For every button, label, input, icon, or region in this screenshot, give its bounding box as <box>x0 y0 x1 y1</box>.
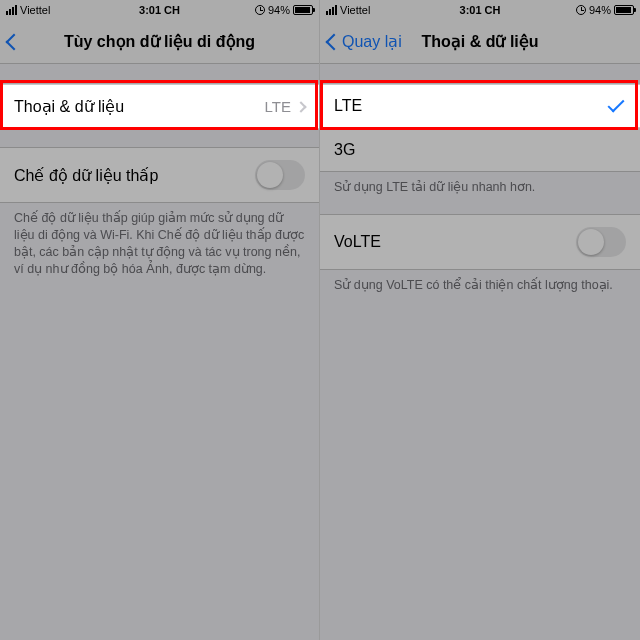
nav-bar: Quay lại Thoại & dữ liệu <box>320 20 640 64</box>
lte-footer: Sử dụng LTE tải dữ liệu nhanh hơn. <box>320 172 640 196</box>
nav-bar: Tùy chọn dữ liệu di động <box>0 20 319 64</box>
low-data-footer: Chế độ dữ liệu thấp giúp giảm mức sử dụn… <box>0 203 319 278</box>
content: LTE 3G Sử dụng LTE tải dữ liệu nhanh hơn… <box>320 64 640 640</box>
alarm-icon <box>255 5 265 15</box>
row-label: Thoại & dữ liệu <box>14 97 124 116</box>
row-label: Chế độ dữ liệu thấp <box>14 166 158 185</box>
battery-icon <box>614 5 634 15</box>
back-label: Quay lại <box>342 32 402 51</box>
chevron-left-icon <box>326 33 343 50</box>
signal-icon <box>326 5 337 15</box>
signal-icon <box>6 5 17 15</box>
carrier-label: Viettel <box>20 4 50 16</box>
volte-footer: Sử dụng VoLTE có thể cải thiện chất lượn… <box>320 270 640 294</box>
toggle-volte[interactable] <box>576 227 626 257</box>
content: Thoại & dữ liệu LTE Chế độ dữ liệu thấp … <box>0 64 319 640</box>
row-volte[interactable]: VoLTE <box>320 214 640 270</box>
back-button[interactable] <box>4 20 24 63</box>
battery-pct: 94% <box>268 4 290 16</box>
alarm-icon <box>576 5 586 15</box>
row-low-data-mode[interactable]: Chế độ dữ liệu thấp <box>0 147 319 203</box>
back-button[interactable]: Quay lại <box>324 20 406 63</box>
status-bar: Viettel 3:01 CH 94% <box>0 0 319 20</box>
screen-voice-and-data: Viettel 3:01 CH 94% Quay lại Thoại & dữ … <box>320 0 640 640</box>
row-voice-and-data[interactable]: Thoại & dữ liệu LTE <box>0 84 319 129</box>
row-3g[interactable]: 3G <box>320 128 640 172</box>
row-lte[interactable]: LTE <box>320 84 640 128</box>
battery-icon <box>293 5 313 15</box>
screen-cellular-options: Viettel 3:01 CH 94% Tùy chọn dữ liệu di … <box>0 0 320 640</box>
chevron-right-icon <box>295 101 306 112</box>
page-title: Thoại & dữ liệu <box>421 32 538 51</box>
battery-pct: 94% <box>589 4 611 16</box>
chevron-left-icon <box>6 33 23 50</box>
toggle-low-data[interactable] <box>255 160 305 190</box>
row-label: LTE <box>334 97 362 115</box>
carrier-label: Viettel <box>340 4 370 16</box>
row-label: 3G <box>334 141 355 159</box>
status-bar: Viettel 3:01 CH 94% <box>320 0 640 20</box>
checkmark-icon <box>608 96 625 113</box>
row-label: VoLTE <box>334 233 381 251</box>
row-value: LTE <box>265 98 291 115</box>
page-title: Tùy chọn dữ liệu di động <box>64 32 255 51</box>
